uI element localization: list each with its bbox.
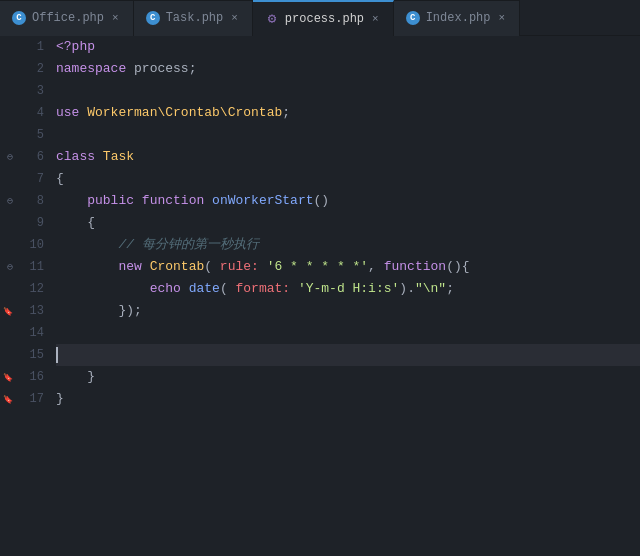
task-tab-close[interactable]: × xyxy=(229,12,240,24)
gutter-line-9: 9 xyxy=(0,212,52,234)
token xyxy=(126,58,134,80)
office-tab-close[interactable]: × xyxy=(110,12,121,24)
token: <?php xyxy=(56,36,95,58)
token: process xyxy=(134,58,189,80)
token: { xyxy=(56,212,95,234)
index-tab-close[interactable]: × xyxy=(496,12,507,24)
token: { xyxy=(56,168,64,190)
process-tab-close[interactable]: × xyxy=(370,13,381,25)
token xyxy=(56,278,150,300)
editor: 12345⊖67⊖8910⊖1112🔖131415🔖16🔖17 <?phpnam… xyxy=(0,36,640,556)
line-number-17: 17 xyxy=(30,392,44,406)
office-tab-label: Office.php xyxy=(32,11,104,25)
gutter-line-16: 🔖16 xyxy=(0,366,52,388)
fold-icon-11[interactable]: ⊖ xyxy=(4,261,16,273)
line-number-13: 13 xyxy=(30,304,44,318)
line-number-6: 6 xyxy=(37,150,44,164)
line-number-2: 2 xyxy=(37,62,44,76)
token: } xyxy=(56,388,64,410)
line-number-15: 15 xyxy=(30,348,44,362)
token xyxy=(95,146,103,168)
gutter-line-6: ⊖6 xyxy=(0,146,52,168)
code-line-11: new Crontab( rule: '6 * * * * *', functi… xyxy=(56,256,640,278)
code-line-17: } xyxy=(56,388,640,410)
code-line-4: use Workerman\Crontab\Crontab; xyxy=(56,102,640,124)
bookmark-icon-17: 🔖 xyxy=(2,393,14,405)
token: 'Y-m-d H:i:s' xyxy=(298,278,399,300)
bookmark-icon-13: 🔖 xyxy=(2,305,14,317)
gutter-line-10: 10 xyxy=(0,234,52,256)
code-line-10: // 每分钟的第一秒执行 xyxy=(56,234,640,256)
code-line-1: <?php xyxy=(56,36,640,58)
token xyxy=(142,256,150,278)
gutter-line-2: 2 xyxy=(0,58,52,80)
token: rule: xyxy=(220,256,259,278)
line-number-9: 9 xyxy=(37,216,44,230)
code-line-15 xyxy=(56,344,640,366)
token xyxy=(290,278,298,300)
task-tab-label: Task.php xyxy=(166,11,224,25)
code-area: <?phpnamespace process;use Workerman\Cro… xyxy=(52,36,640,556)
token xyxy=(181,278,189,300)
token: }); xyxy=(56,300,142,322)
tab-process[interactable]: ⚙process.php× xyxy=(253,0,394,36)
token: format: xyxy=(235,278,290,300)
gutter-line-8: ⊖8 xyxy=(0,190,52,212)
gutter-line-14: 14 xyxy=(0,322,52,344)
code-line-3 xyxy=(56,80,640,102)
token: use xyxy=(56,102,79,124)
gutter-line-11: ⊖11 xyxy=(0,256,52,278)
line-number-16: 16 xyxy=(30,370,44,384)
token: ; xyxy=(446,278,454,300)
tab-index[interactable]: CIndex.php× xyxy=(394,0,520,36)
line-number-14: 14 xyxy=(30,326,44,340)
code-line-8: public function onWorkerStart() xyxy=(56,190,640,212)
line-number-8: 8 xyxy=(37,194,44,208)
task-tab-icon: C xyxy=(146,11,160,25)
token: namespace xyxy=(56,58,126,80)
token: ; xyxy=(189,58,197,80)
token: "\n" xyxy=(415,278,446,300)
fold-icon-8[interactable]: ⊖ xyxy=(4,195,16,207)
token xyxy=(134,190,142,212)
token: // 每分钟的第一秒执行 xyxy=(56,234,259,256)
token: ). xyxy=(399,278,415,300)
gutter-line-4: 4 xyxy=(0,102,52,124)
gutter-line-13: 🔖13 xyxy=(0,300,52,322)
token: Crontab xyxy=(150,256,205,278)
code-line-9: { xyxy=(56,212,640,234)
token: echo xyxy=(150,278,181,300)
code-line-16: } xyxy=(56,366,640,388)
token xyxy=(259,256,267,278)
code-line-6: class Task xyxy=(56,146,640,168)
code-line-5 xyxy=(56,124,640,146)
token xyxy=(56,256,118,278)
token: ( xyxy=(204,256,220,278)
code-line-7: { xyxy=(56,168,640,190)
line-number-1: 1 xyxy=(37,40,44,54)
token: } xyxy=(56,366,95,388)
bookmark-icon-16: 🔖 xyxy=(2,371,14,383)
fold-icon-6[interactable]: ⊖ xyxy=(4,151,16,163)
line-number-5: 5 xyxy=(37,128,44,142)
token: class xyxy=(56,146,95,168)
gutter-line-15: 15 xyxy=(0,344,52,366)
token: public xyxy=(87,190,134,212)
tab-office[interactable]: COffice.php× xyxy=(0,0,134,36)
gutter-line-1: 1 xyxy=(0,36,52,58)
token: (){ xyxy=(446,256,469,278)
office-tab-icon: C xyxy=(12,11,26,25)
token: function xyxy=(384,256,446,278)
process-tab-icon: ⚙ xyxy=(265,12,279,26)
process-tab-label: process.php xyxy=(285,12,364,26)
gutter-line-3: 3 xyxy=(0,80,52,102)
token: function xyxy=(142,190,204,212)
gutter-line-17: 🔖17 xyxy=(0,388,52,410)
index-tab-icon: C xyxy=(406,11,420,25)
tab-task[interactable]: CTask.php× xyxy=(134,0,253,36)
token: , xyxy=(368,256,384,278)
token: () xyxy=(314,190,330,212)
token xyxy=(56,190,87,212)
gutter-line-12: 12 xyxy=(0,278,52,300)
token: onWorkerStart xyxy=(212,190,313,212)
